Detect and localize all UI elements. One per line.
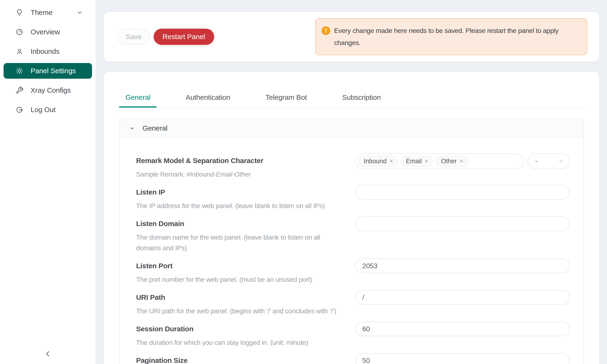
sidebar-item-label: Log Out (31, 106, 55, 114)
tab-label: General (125, 93, 150, 101)
field-label: Listen Port (136, 259, 355, 273)
tag-label: Email (406, 157, 422, 165)
field-label: Remark Model & Separation Character (136, 153, 355, 168)
listen-domain-input[interactable] (355, 216, 570, 231)
user-icon (15, 47, 24, 55)
restart-panel-button[interactable]: Restart Panel (154, 29, 214, 45)
field-description: The port number for the web panel. (must… (136, 274, 355, 285)
chevron-down-icon (558, 158, 564, 164)
form-row-listen-domain: Listen Domain The domain name for the we… (136, 216, 570, 253)
dashboard-icon (15, 28, 24, 36)
settings-card: General Authentication Telegram Bot Subs… (104, 72, 599, 364)
sidebar-item-label: Panel Settings (31, 67, 76, 75)
bulb-icon (15, 9, 24, 17)
listen-ip-input[interactable] (355, 185, 570, 199)
listen-port-input[interactable] (355, 259, 570, 273)
tab-label: Telegram Bot (265, 93, 307, 101)
remove-tag-icon[interactable]: × (389, 158, 393, 165)
sidebar-item-label: Overview (31, 28, 60, 36)
sidebar-item-label: Xray Configs (31, 86, 71, 94)
tag-label: Inbound (364, 157, 386, 165)
chevron-down-icon (129, 125, 135, 131)
uri-path-input[interactable] (355, 290, 570, 305)
sidebar-item-overview[interactable]: Overview (3, 24, 92, 40)
field-description: The URI path for the web panel. (begins … (136, 306, 355, 316)
sidebar-item-label: Inbounds (31, 47, 60, 55)
exclamation-circle-icon: ! (321, 26, 330, 35)
sidebar-item-inbounds[interactable]: Inbounds (3, 44, 92, 59)
actions-card: Save Restart Panel ! Every change made h… (104, 12, 599, 62)
field-label: URI Path (136, 290, 355, 305)
section-title: General (143, 124, 167, 132)
form-row-listen-port: Listen Port The port number for the web … (136, 259, 570, 285)
field-label: Listen Domain (136, 216, 355, 231)
tab-general[interactable]: General (119, 93, 157, 107)
warning-alert: ! Every change made here needs to be sav… (315, 18, 587, 55)
general-section: General Remark Model & Separation Charac… (119, 118, 584, 364)
tab-bar: General Authentication Telegram Bot Subs… (119, 72, 584, 108)
wrench-icon (15, 86, 24, 94)
tag-other: Other × (436, 156, 468, 167)
separation-character-select[interactable]: - (528, 153, 570, 169)
gear-icon (15, 67, 24, 75)
session-duration-input[interactable] (355, 322, 570, 336)
field-label: Session Duration (136, 322, 355, 336)
selected-value: - (535, 157, 538, 165)
tag-email: Email × (401, 156, 433, 167)
form-row-remark-model-separation-character: Remark Model & Separation Character Samp… (136, 153, 570, 180)
pagination-size-input[interactable] (355, 353, 570, 364)
general-form: Remark Model & Separation Character Samp… (119, 138, 583, 364)
sidebar-item-log-out[interactable]: Log Out (3, 102, 92, 117)
chevron-left-icon (44, 350, 52, 358)
main-content: Save Restart Panel ! Every change made h… (95, 0, 607, 364)
form-row-listen-ip: Listen IP The IP address for the web pan… (136, 185, 570, 211)
chevron-down-icon (76, 9, 83, 16)
tab-subscription[interactable]: Subscription (336, 93, 387, 107)
warning-alert-text: Every change made here needs to be saved… (334, 25, 581, 49)
save-button[interactable]: Save (117, 29, 150, 45)
general-section-header[interactable]: General (119, 119, 583, 138)
tag-inbound: Inbound × (358, 156, 397, 167)
sidebar-item-xray-configs[interactable]: Xray Configs (3, 82, 92, 98)
sidebar-item-label: Theme (31, 9, 53, 17)
sidebar-item-theme[interactable]: Theme (3, 5, 92, 20)
form-row-uri-path: URI Path The URI path for the web panel.… (136, 290, 570, 316)
remove-tag-icon[interactable]: × (424, 158, 428, 165)
form-row-session-duration: Session Duration The duration for which … (136, 322, 570, 348)
field-description: Sample Remark: #Inbound-Email-Other (136, 169, 355, 180)
field-label: Listen IP (136, 185, 355, 199)
field-description: The duration for which you can stay logg… (136, 337, 355, 348)
tab-authentication[interactable]: Authentication (179, 93, 237, 107)
tag-label: Other (441, 157, 457, 165)
form-row-pagination-size: Pagination Size (136, 353, 570, 364)
field-label: Pagination Size (136, 353, 355, 364)
sidebar: Theme Overview Inbounds Panel Settings X… (0, 0, 95, 364)
remove-tag-icon[interactable]: × (460, 158, 463, 165)
field-description: The domain name for the web panel. (leav… (136, 232, 345, 253)
sidebar-collapse-button[interactable] (0, 350, 95, 358)
tab-telegram-bot[interactable]: Telegram Bot (259, 93, 313, 107)
field-description: The IP address for the web panel. (leave… (136, 200, 355, 211)
tab-label: Authentication (186, 93, 230, 101)
sidebar-item-panel-settings[interactable]: Panel Settings (3, 63, 92, 79)
sidebar-nav: Theme Overview Inbounds Panel Settings X… (0, 5, 95, 117)
tab-label: Subscription (342, 93, 381, 101)
logout-icon (15, 106, 24, 114)
remark-model-select[interactable]: Inbound × Email × Other × (355, 153, 524, 169)
